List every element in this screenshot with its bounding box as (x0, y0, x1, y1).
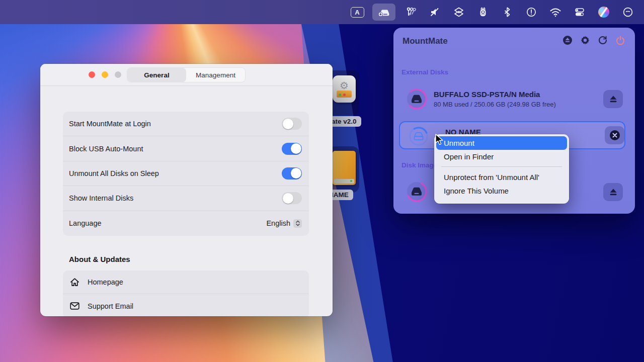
setting-label: Unmount All Disks on Sleep (69, 169, 282, 177)
mountmate-drive-icon (377, 7, 390, 18)
volume-muted-icon (429, 6, 441, 18)
tab-general[interactable]: General (127, 68, 186, 82)
mail-icon (70, 302, 79, 310)
keys-icon (405, 6, 417, 18)
wifi-menu-item[interactable] (546, 4, 565, 21)
setting-label: Show Internal Disks (69, 194, 282, 202)
minimize-button[interactable] (102, 71, 108, 78)
noname-volume-icon[interactable] (333, 151, 356, 185)
language-popup[interactable]: English (266, 219, 302, 228)
support-email-label: Support Email (88, 302, 133, 310)
ollama-menu-item[interactable] (474, 4, 492, 21)
volume-context-menu: Unmount Open in Finder Unprotect from 'U… (434, 134, 569, 204)
disk-name: BUFFALO SSD-PSTA/N Media (434, 90, 556, 99)
about-updates-heading: About & Updates (69, 255, 130, 263)
layers-icon (453, 6, 465, 18)
layers-menu-item[interactable] (450, 4, 468, 21)
eject-all-button[interactable] (562, 35, 573, 46)
control-center-menu-item[interactable] (571, 4, 589, 21)
language-value: English (266, 219, 290, 227)
sound-menu-item[interactable] (426, 4, 444, 21)
close-button[interactable] (89, 71, 95, 78)
desktop: A (0, 0, 644, 362)
input-source-icon: A (351, 7, 364, 18)
popup-stepper-icon (293, 219, 302, 228)
unmount-sleep-toggle[interactable] (282, 167, 302, 179)
status-gauge-menu-item[interactable] (619, 4, 637, 21)
keychain-menu-item[interactable] (401, 4, 420, 21)
disk-detail: 80 MB used / 250.06 GB (249.98 GB free) (434, 101, 556, 108)
settings-window: General Management Start MountMate at Lo… (40, 64, 333, 316)
quit-button[interactable] (615, 35, 626, 46)
backup-menu-item[interactable] (522, 4, 540, 21)
input-source-menu-item[interactable]: A (348, 4, 366, 21)
home-icon (70, 278, 79, 287)
eject-icon (608, 188, 618, 197)
window-titlebar[interactable]: General Management (40, 64, 333, 86)
menu-item-unprotect[interactable]: Unprotect from 'Unmount All' (436, 170, 567, 184)
app-gear-glyph: ⚙ (340, 81, 349, 90)
gauge-icon (622, 6, 634, 18)
setting-row-internal-disks: Show Internal Disks (63, 186, 309, 211)
disk-icon-ring (406, 88, 428, 110)
external-disks-heading: External Disks (401, 68, 448, 76)
bluetooth-icon (502, 6, 513, 18)
panel-header-actions (562, 35, 626, 46)
setting-label: Block USB Auto-Mount (69, 145, 282, 153)
menu-item-ignore-volume[interactable]: Ignore This Volume (436, 184, 567, 198)
cancel-icon (609, 129, 621, 141)
homepage-label: Homepage (88, 278, 123, 286)
tab-bar: General Management (127, 67, 246, 82)
menu-item-unmount[interactable]: Unmount (436, 136, 567, 150)
eject-circle-icon (562, 35, 573, 45)
setting-label: Start MountMate at Login (69, 120, 282, 128)
settings-button[interactable] (580, 35, 591, 46)
eject-icon (608, 95, 618, 104)
app-drive-glyph (337, 90, 352, 98)
tab-management[interactable]: Management (186, 68, 245, 82)
block-usb-toggle[interactable] (282, 143, 302, 155)
setting-row-unmount-sleep: Unmount All Disks on Sleep (63, 161, 309, 186)
zoom-button[interactable] (115, 71, 121, 78)
control-center-icon (574, 7, 586, 18)
panel-title: MountMate (403, 36, 448, 46)
eject-disk-button[interactable] (603, 90, 623, 108)
refresh-button[interactable] (597, 35, 608, 46)
menu-bar: A (0, 0, 644, 24)
backup-alert-icon (525, 6, 537, 18)
gear-icon (580, 35, 590, 45)
homepage-row[interactable]: Homepage (63, 270, 309, 294)
mountmate-app-icon[interactable]: ⚙ (333, 75, 356, 103)
llama-icon (477, 6, 489, 18)
setting-row-login: Start MountMate at Login (63, 112, 309, 136)
disk-image-icon (406, 180, 428, 203)
refresh-icon (598, 35, 608, 45)
eject-disk-image-button[interactable] (603, 183, 623, 201)
menu-item-open-in-finder[interactable]: Open in Finder (436, 150, 567, 163)
mountmate-menu-item[interactable] (372, 4, 395, 21)
internal-disks-toggle[interactable] (282, 192, 302, 204)
disk-busy-icon (408, 126, 429, 147)
cancel-operation-button[interactable] (605, 126, 624, 144)
wifi-icon (549, 7, 562, 18)
power-icon (615, 35, 625, 45)
login-toggle[interactable] (282, 118, 302, 130)
menu-separator (441, 166, 562, 167)
siri-menu-item[interactable] (595, 4, 613, 21)
support-email-row[interactable]: Support Email (63, 294, 309, 316)
siri-icon (598, 7, 609, 18)
bluetooth-menu-item[interactable] (498, 4, 516, 21)
setting-row-language: Language English (63, 211, 309, 236)
general-settings-group: Start MountMate at Login Block USB Auto-… (63, 112, 309, 236)
setting-row-block-usb: Block USB Auto-Mount (63, 136, 309, 161)
mouse-cursor (434, 134, 445, 146)
about-links-group: Homepage Support Email (63, 270, 309, 316)
setting-label: Language (69, 219, 266, 227)
